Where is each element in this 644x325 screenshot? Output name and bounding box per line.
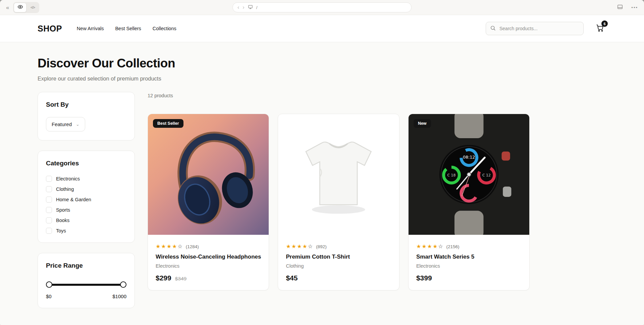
product-title: Premium Cotton T-Shirt bbox=[286, 254, 391, 260]
star-outline-icon: ☆ bbox=[177, 244, 183, 249]
url-path: / bbox=[256, 5, 258, 10]
search-input[interactable] bbox=[499, 25, 579, 32]
product-card-smart-watch-series-5[interactable]: 08:12 C 18 C 12 New ★★★★ ☆ (2156) Smart … bbox=[408, 114, 530, 290]
device-preview-icon[interactable] bbox=[248, 4, 253, 11]
product-count: 12 products bbox=[148, 93, 530, 98]
browser-toolbar: « </> ‹ › / • bbox=[0, 0, 644, 15]
product-image: 08:12 C 18 C 12 bbox=[278, 114, 399, 235]
categories-card: Categories Electronics Clothing Home & G… bbox=[38, 151, 135, 243]
category-label: Books bbox=[56, 218, 69, 223]
category-option[interactable]: Sports bbox=[46, 207, 126, 213]
product-badge: New bbox=[414, 119, 431, 128]
category-checkbox-sports[interactable] bbox=[46, 207, 52, 213]
panel-layout-icon[interactable] bbox=[617, 4, 623, 11]
category-label: Toys bbox=[56, 228, 66, 233]
cart-count-badge: 6 bbox=[601, 20, 608, 27]
price-max-label: $1000 bbox=[112, 293, 126, 299]
more-options-icon[interactable]: ••• bbox=[631, 5, 638, 10]
nav-link-best-sellers[interactable]: Best Sellers bbox=[115, 26, 141, 31]
svg-text:08:12: 08:12 bbox=[463, 155, 475, 160]
category-label: Sports bbox=[56, 207, 70, 213]
watch-product-image: 08:12 C 18 C 12 bbox=[409, 114, 529, 235]
product-badge: Best Seller bbox=[153, 119, 183, 128]
cart-icon bbox=[596, 28, 604, 33]
sort-by-card: Sort By Featured ⌄ bbox=[38, 92, 135, 141]
categories-title: Categories bbox=[46, 160, 126, 167]
category-option[interactable]: Books bbox=[46, 217, 126, 223]
product-rating: ★★★★ ☆ (892) bbox=[286, 244, 391, 249]
price-range-card: Price Range $0 $1000 bbox=[38, 253, 135, 308]
category-option[interactable]: Home & Garden bbox=[46, 197, 126, 203]
categories-list: Electronics Clothing Home & Garden Sport… bbox=[46, 176, 126, 234]
slider-handle-min[interactable] bbox=[46, 281, 52, 288]
product-price: $399 bbox=[416, 274, 432, 282]
eye-icon bbox=[17, 4, 23, 11]
slider-track[interactable] bbox=[47, 284, 125, 286]
price-range-title: Price Range bbox=[46, 262, 126, 269]
sort-selected-value: Featured bbox=[52, 121, 72, 127]
product-card-premium-cotton-t-shirt[interactable]: 08:12 C 18 C 12 ★★★★ ☆ (892) Premium Cot… bbox=[278, 114, 399, 290]
cart-button[interactable]: 6 bbox=[596, 23, 604, 34]
code-icon: </> bbox=[31, 5, 35, 9]
star-filled-icons: ★★★★ bbox=[286, 244, 308, 249]
address-bar[interactable]: ‹ › / bbox=[232, 2, 412, 12]
product-image: 08:12 C 18 C 12 New bbox=[409, 114, 529, 235]
price-range-slider bbox=[47, 281, 126, 288]
category-option[interactable]: Electronics bbox=[46, 176, 126, 182]
review-count: (2156) bbox=[446, 244, 460, 249]
star-outline-icon: ☆ bbox=[308, 244, 313, 249]
page-subtitle: Explore our curated selection of premium… bbox=[38, 75, 606, 82]
product-grid: 08:12 C 18 C 12 Best Seller ★★★★ ☆ (1284… bbox=[148, 114, 530, 290]
collapse-sidebar-icon[interactable]: « bbox=[6, 5, 9, 10]
product-rating: ★★★★ ☆ (1284) bbox=[156, 244, 261, 249]
shop-logo[interactable]: SHOP bbox=[38, 24, 62, 34]
product-title: Smart Watch Series 5 bbox=[416, 254, 522, 260]
category-label: Home & Garden bbox=[56, 197, 91, 202]
product-category: Electronics bbox=[416, 263, 522, 269]
code-toggle-button[interactable]: </> bbox=[26, 3, 39, 12]
product-listing: 12 products bbox=[148, 92, 530, 308]
product-title: Wireless Noise-Canceling Headphones bbox=[156, 254, 261, 260]
site-header: SHOP New ArrivalsBest SellersCollections… bbox=[0, 15, 644, 42]
review-count: (892) bbox=[316, 244, 327, 249]
product-rating: ★★★★ ☆ (2156) bbox=[416, 244, 522, 249]
svg-text:C 12: C 12 bbox=[482, 173, 491, 177]
sort-dropdown[interactable]: Featured ⌄ bbox=[46, 117, 85, 131]
category-checkbox-books[interactable] bbox=[46, 217, 52, 223]
product-price: $45 bbox=[286, 274, 298, 282]
star-filled-icons: ★★★★ bbox=[156, 244, 177, 249]
view-mode-toggle: </> bbox=[13, 2, 39, 13]
category-checkbox-clothing[interactable] bbox=[46, 186, 52, 192]
sort-by-title: Sort By bbox=[46, 101, 126, 108]
chevron-down-icon: ⌄ bbox=[76, 122, 79, 126]
nav-link-collections[interactable]: Collections bbox=[153, 26, 176, 31]
category-checkbox-toys[interactable] bbox=[46, 228, 52, 234]
page-title: Discover Our Collection bbox=[38, 56, 606, 70]
nav-link-new-arrivals[interactable]: New Arrivals bbox=[77, 26, 104, 31]
headphones-product-image bbox=[148, 114, 269, 235]
forward-icon[interactable]: › bbox=[243, 5, 244, 10]
back-icon[interactable]: ‹ bbox=[237, 5, 239, 10]
star-outline-icon: ☆ bbox=[438, 244, 443, 249]
slider-handle-max[interactable] bbox=[120, 281, 126, 288]
product-category: Clothing bbox=[286, 263, 391, 269]
svg-text:C 18: C 18 bbox=[447, 173, 455, 177]
search-box bbox=[486, 22, 584, 35]
search-icon bbox=[490, 25, 496, 32]
category-option[interactable]: Clothing bbox=[46, 186, 126, 192]
product-image: 08:12 C 18 C 12 Best Seller bbox=[148, 114, 269, 235]
category-checkbox-electronics[interactable] bbox=[46, 176, 52, 182]
product-original-price: $349 bbox=[175, 276, 186, 282]
page-body: Discover Our Collection Explore our cura… bbox=[0, 42, 644, 325]
category-option[interactable]: Toys bbox=[46, 228, 126, 234]
star-filled-icons: ★★★★ bbox=[416, 244, 438, 249]
filters-sidebar: Sort By Featured ⌄ Categories Electronic… bbox=[38, 92, 135, 308]
category-label: Electronics bbox=[56, 176, 80, 181]
product-category: Electronics bbox=[156, 263, 261, 269]
tshirt-product-image bbox=[278, 114, 399, 235]
category-checkbox-home-garden[interactable] bbox=[46, 197, 52, 203]
price-min-label: $0 bbox=[46, 293, 52, 299]
main-nav: New ArrivalsBest SellersCollections bbox=[77, 26, 176, 31]
preview-toggle-button[interactable] bbox=[14, 3, 26, 12]
product-card-wireless-noise-canceling-headphones[interactable]: 08:12 C 18 C 12 Best Seller ★★★★ ☆ (1284… bbox=[148, 114, 269, 290]
